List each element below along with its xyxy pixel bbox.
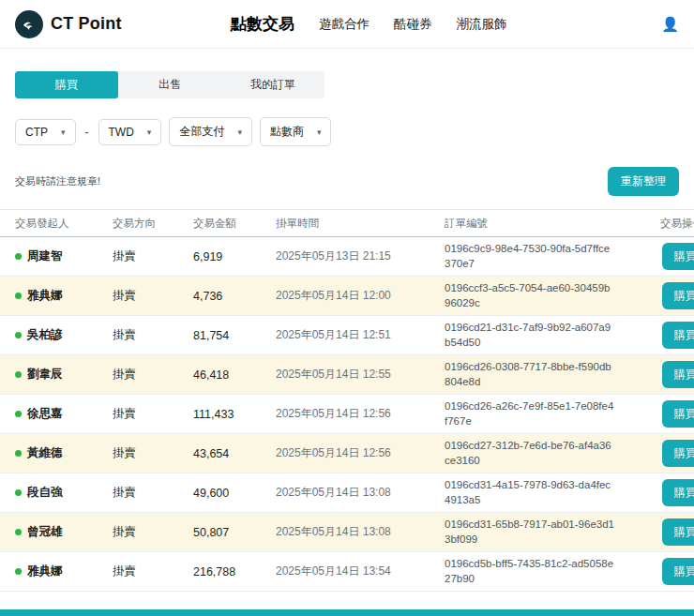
tab-buy[interactable]: 購買 [15,71,118,98]
chevron-down-icon: ▾ [61,128,66,137]
trade-direction: 掛賣 [113,445,193,461]
order-id: 0196cd5b-bff5-7435-81c2-ad5058e27b90 [445,557,628,586]
order-id: 0196cd21-d31c-7af9-9b92-a607a9b54d50 [445,321,628,350]
table-row: 雅典娜掛賣4,7362025年05月14日 12:000196ccf3-a5c5… [0,277,694,316]
nav-item-coupon[interactable]: 酷碰券 [394,16,432,33]
brand-name: CT Point [51,14,122,34]
trade-action-cell: 購買 [628,243,694,270]
initiator-name-text: 徐思嘉 [27,406,63,422]
currency-to-select[interactable]: TWD ▾ [98,119,162,145]
online-status-dot-icon [15,332,22,338]
order-time: 2025年05月14日 13:54 [276,563,445,579]
online-status-dot-icon [15,450,22,457]
nav-item-game-partner[interactable]: 遊戲合作 [319,16,370,33]
buy-button[interactable]: 購買 [662,479,694,506]
trade-amount: 46,418 [193,368,276,382]
trade-direction: 掛賣 [113,288,193,304]
nav-item-fashion[interactable]: 潮流服飾 [457,16,507,33]
order-time: 2025年05月14日 12:55 [276,367,445,383]
tab-my-orders[interactable]: 我的訂單 [221,71,324,98]
trade-action-cell: 購買 [628,518,694,546]
initiator-name: 雅典娜 [15,288,113,304]
refresh-button[interactable]: 重新整理 [608,167,679,196]
trade-notice-text: 交易時請注意規章! [15,174,100,188]
initiator-name: 段自強 [15,485,113,501]
initiator-name: 周建智 [15,248,113,264]
column-header: 訂單編號 [445,217,628,231]
online-status-dot-icon [15,371,22,378]
trade-action-cell: 購買 [628,558,694,585]
order-id: 0196cd31-4a15-7978-9d63-da4fec4913a5 [445,478,628,507]
order-id: 0196cd26-0308-7717-8bbe-f590db804e8d [445,360,628,389]
column-header: 交易發起人 [15,217,113,231]
order-id: 0196c9c9-98e4-7530-90fa-5d7ffce370e7 [445,242,628,271]
trade-action-cell: 購買 [628,479,694,506]
order-time: 2025年05月13日 21:15 [276,248,445,264]
order-time: 2025年05月14日 12:51 [276,327,445,343]
payment-value: 全部支付 [179,124,224,140]
table-row: 吳柏諺掛賣81,7542025年05月14日 12:510196cd21-d31… [0,316,694,355]
buy-button[interactable]: 購買 [662,440,694,467]
online-status-dot-icon [15,411,22,417]
initiator-name-text: 曾冠雄 [27,524,63,540]
buy-button[interactable]: 購買 [662,361,694,388]
brand[interactable]: CT Point [15,10,231,38]
column-header: 掛單時間 [276,217,445,231]
nav-item-points-trade[interactable]: 點數交易 [231,13,294,35]
initiator-name: 吳柏諺 [15,327,113,343]
trade-direction: 掛賣 [113,524,193,540]
chevron-down-icon: ▾ [147,128,152,137]
order-id: 0196ccf3-a5c5-7054-ae60-30459b96029c [445,281,628,310]
buy-button[interactable]: 購買 [662,243,694,270]
trade-amount: 81,754 [193,329,276,342]
initiator-name: 劉韋辰 [15,367,113,383]
buy-button[interactable]: 購買 [662,518,694,546]
trade-amount: 50,807 [193,526,276,539]
online-status-dot-icon [15,293,22,299]
initiator-name: 曾冠雄 [15,524,113,540]
order-id: 0196cd27-312b-7e6d-be76-af4a36ce3160 [445,439,628,468]
trade-action-cell: 購買 [628,400,694,428]
payment-select[interactable]: 全部支付 ▾ [169,117,252,146]
currency-from-select[interactable]: CTP ▾ [15,119,76,145]
initiator-name-text: 劉韋辰 [27,367,63,383]
buy-button[interactable]: 購買 [662,322,694,349]
trade-amount: 49,600 [193,487,276,500]
table-row: 曾冠雄掛賣50,8072025年05月14日 13:080196cd31-65b… [0,513,694,552]
footer-accent-bar [0,609,694,616]
merchant-value: 點數商 [270,124,304,140]
online-status-dot-icon [15,529,22,535]
trade-amount: 43,654 [193,447,276,460]
trade-amount: 6,919 [193,250,276,263]
trade-direction: 掛賣 [113,367,193,383]
orders-table-header: 交易發起人交易方向交易金額掛單時間訂單編號交易操作 [0,209,694,237]
table-row: 黃維德掛賣43,6542025年05月14日 12:560196cd27-312… [0,434,694,473]
buy-button[interactable]: 購買 [662,400,694,428]
order-id: 0196cd31-65b8-7917-ab01-96e3d13bf099 [445,518,628,547]
buy-button[interactable]: 購買 [662,558,694,585]
online-status-dot-icon [15,253,22,260]
filter-separator: - [85,126,89,139]
user-account-icon[interactable]: 👤 [661,16,679,33]
online-status-dot-icon [15,568,22,575]
order-time: 2025年05月14日 12:56 [276,406,445,422]
merchant-select[interactable]: 點數商 ▾ [260,117,332,146]
column-header: 交易操作 [628,217,694,231]
initiator-name: 黃維德 [15,445,113,461]
order-time: 2025年05月14日 13:08 [276,485,445,501]
trade-direction: 掛賣 [113,563,193,579]
buy-button[interactable]: 購買 [662,282,694,309]
trade-direction: 掛賣 [113,248,193,264]
initiator-name-text: 雅典娜 [27,563,63,579]
initiator-name-text: 黃維德 [27,445,63,461]
table-row: 周建智掛賣6,9192025年05月13日 21:150196c9c9-98e4… [0,237,694,277]
orders-table-body: 周建智掛賣6,9192025年05月13日 21:150196c9c9-98e4… [0,237,694,592]
trade-direction: 掛賣 [113,406,193,422]
ct-point-logo-icon [15,10,43,38]
chevron-down-icon: ▾ [237,128,242,137]
tab-sell[interactable]: 出售 [118,71,221,98]
order-time: 2025年05月14日 12:00 [276,288,445,304]
trade-direction: 掛賣 [113,327,193,343]
order-time: 2025年05月14日 12:56 [276,445,445,461]
trade-amount: 216,788 [193,565,276,578]
